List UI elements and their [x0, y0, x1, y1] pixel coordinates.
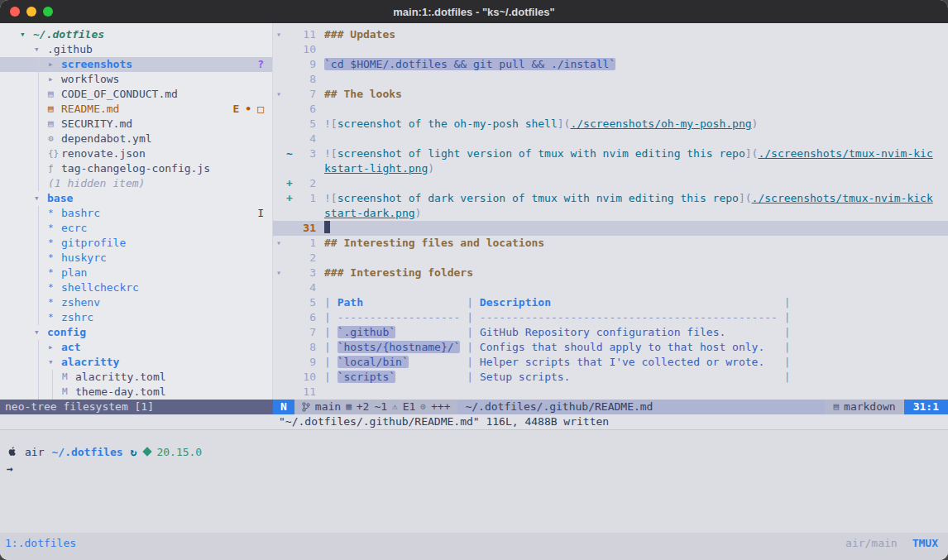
editor-line[interactable]: kstart-light.png) [273, 161, 948, 176]
editor-line[interactable]: 8 [273, 72, 948, 87]
indent-guide [38, 340, 39, 355]
fold-icon[interactable]: ▾ [273, 266, 285, 280]
fold-column [273, 146, 285, 161]
sign-column [285, 42, 294, 57]
tree-row[interactable]: ⚙dependabot.yml [0, 132, 272, 146]
zoom-button[interactable] [43, 7, 53, 17]
chevron-right-icon[interactable]: ▸ [48, 72, 61, 87]
sign-column [285, 325, 294, 340]
tree-row[interactable]: *ecrc [0, 221, 272, 236]
chevron-right-icon[interactable]: ▸ [48, 340, 61, 355]
editor-line[interactable]: 5![screenshot of the oh-my-posh shell](.… [273, 117, 948, 132]
editor-line[interactable]: 8| `hosts/{hostname}/` | Configs that sh… [273, 340, 948, 355]
ibeam-cursor-mark: I [257, 206, 264, 221]
tree-row[interactable]: *huskyrc [0, 251, 272, 266]
tree-row[interactable]: ▾alacritty [0, 355, 272, 370]
line-number [294, 161, 316, 176]
diff-added: +2 [357, 400, 370, 414]
tree-row[interactable]: ▾~/.dotfiles [0, 27, 272, 42]
tree-label: zshenv [61, 295, 100, 310]
editor-line[interactable]: 10| `scripts` | Setup scripts. | [273, 370, 948, 385]
fold-column [273, 221, 285, 236]
tree-row[interactable]: *gitprofile [0, 236, 272, 251]
editor-line[interactable]: 5| Path | Description | [273, 295, 948, 310]
line-text: | `.github` | GitHub Repository configur… [324, 325, 948, 340]
neo-tree-panel[interactable]: ▾~/.dotfiles▾.github▸screenshots?▸workfl… [0, 23, 273, 400]
tree-row[interactable]: ▤SECURITY.md [0, 117, 272, 132]
tree-row[interactable]: Mtheme-day.toml [0, 385, 272, 400]
editor-line[interactable]: +1![screenshot of dark version of tmux w… [273, 191, 948, 206]
line-text [324, 132, 948, 146]
tree-row[interactable]: Malacritty.toml [0, 370, 272, 385]
line-number: 11 [294, 385, 316, 400]
editor-line[interactable]: 31 [273, 221, 948, 236]
tree-row[interactable]: ▸workflows [0, 72, 272, 87]
editor-line[interactable]: 10 [273, 42, 948, 57]
editor-line[interactable]: ▾ 3### Interesting folders [273, 266, 948, 280]
git-branch-icon [302, 402, 310, 412]
tree-row[interactable]: ▾.github [0, 42, 272, 57]
tree-row[interactable]: ▾config [0, 325, 272, 340]
tree-row[interactable]: *shellcheckrc [0, 280, 272, 295]
file-icon: * [48, 236, 61, 251]
tree-row[interactable]: ƒtag-changelog-config.js [0, 161, 272, 176]
tree-row[interactable]: *bashrcI [0, 206, 272, 221]
line-number: 1 [294, 191, 316, 206]
minimize-button[interactable] [26, 7, 36, 17]
editor-line[interactable]: ▾ 11### Updates [273, 27, 948, 42]
shell-pane[interactable]: air ~/.dotfiles ↻ 20.15.0 → 1:.dotfiles … [0, 429, 948, 560]
traffic-lights [10, 7, 53, 17]
editor-line[interactable]: 6 [273, 102, 948, 117]
fold-icon[interactable]: ▾ [273, 236, 285, 251]
editor-pane[interactable]: ▾ 11### Updates 10 9`cd $HOME/.dotfiles … [273, 23, 948, 400]
tree-row[interactable]: ▸act [0, 340, 272, 355]
editor-line[interactable]: 6| ------------------- | ---------------… [273, 310, 948, 325]
editor-line[interactable]: 7| `.github` | GitHub Repository configu… [273, 325, 948, 340]
editor-line[interactable]: +2 [273, 176, 948, 191]
editor-line[interactable]: 11 [273, 385, 948, 400]
editor-line[interactable]: 4 [273, 280, 948, 295]
tree-row[interactable]: *zshenv [0, 295, 272, 310]
chevron-down-icon[interactable]: ▾ [34, 325, 47, 340]
fold-column [273, 72, 285, 87]
tree-row[interactable]: ▾base [0, 191, 272, 206]
tree-row[interactable]: (1 hidden item) [0, 176, 272, 191]
block-cursor [324, 221, 330, 233]
file-icon: ▤ [48, 102, 61, 117]
indent-guide [38, 355, 39, 370]
editor-line[interactable]: 2 [273, 251, 948, 266]
chevron-down-icon[interactable]: ▾ [48, 355, 61, 370]
tmux-window[interactable]: 1:.dotfiles [5, 537, 76, 549]
tree-row[interactable]: ▤README.mdE•□ [0, 102, 272, 117]
sign-column [285, 280, 294, 295]
fold-icon[interactable]: ▾ [273, 87, 285, 102]
tree-row[interactable]: {}renovate.json [0, 146, 272, 161]
editor-line[interactable]: ~3![screenshot of light version of tmux … [273, 146, 948, 161]
editor-line[interactable]: 4 [273, 132, 948, 146]
fold-column [273, 355, 285, 370]
editor-line[interactable]: 9`cd $HOME/.dotfiles && git pull && ./in… [273, 57, 948, 72]
indent-guide [38, 206, 39, 221]
editor-line[interactable]: ▾ 7## The looks [273, 87, 948, 102]
fold-column [273, 370, 285, 385]
titlebar[interactable]: main:1:.dotfiles - "ks~/.dotfiles" [0, 0, 948, 23]
git-segment: main ▦ +2 ~1 ⚠ E1 ⊙ +++ [294, 400, 458, 414]
line-text: ## Interesting files and locations [324, 236, 948, 251]
editor-line[interactable]: ▾ 1## Interesting files and locations [273, 236, 948, 251]
chevron-down-icon[interactable]: ▾ [34, 191, 47, 206]
chevron-down-icon[interactable]: ▾ [20, 27, 33, 42]
tree-row[interactable]: *plan [0, 266, 272, 280]
tree-label: alacritty.toml [75, 370, 166, 385]
fold-icon[interactable]: ▾ [273, 27, 285, 42]
editor-line[interactable]: start-dark.png) [273, 206, 948, 221]
chevron-right-icon[interactable]: ▸ [48, 57, 61, 72]
tree-row[interactable]: ▸screenshots? [0, 57, 272, 72]
tree-row[interactable]: *zshrc [0, 310, 272, 325]
markdown-icon: ▤ [833, 400, 839, 414]
close-button[interactable] [10, 7, 20, 17]
tree-label: theme-day.toml [75, 385, 166, 400]
editor-line[interactable]: 9| `local/bin` | Helper scripts that I'v… [273, 355, 948, 370]
row-marks: E•□ [233, 102, 272, 117]
tree-row[interactable]: ▤CODE_OF_CONDUCT.md [0, 87, 272, 102]
chevron-down-icon[interactable]: ▾ [34, 42, 47, 57]
